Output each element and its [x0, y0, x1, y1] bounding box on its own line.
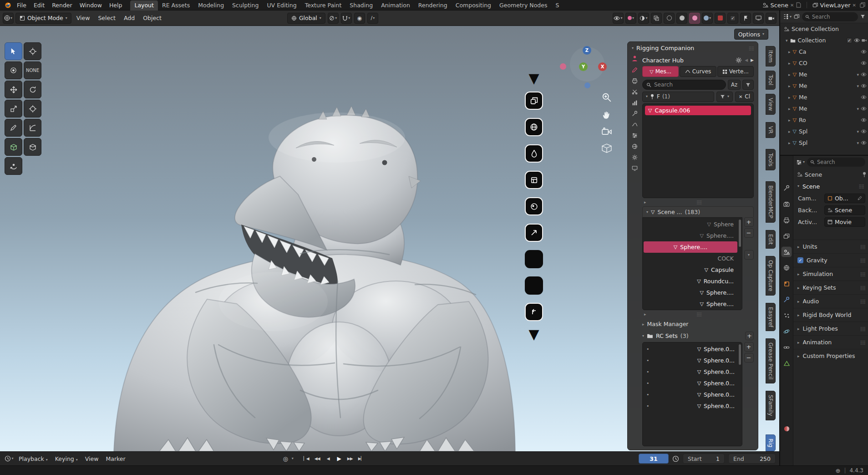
hub-settings-gear-icon[interactable]	[736, 57, 742, 63]
eyedropper-icon[interactable]	[858, 196, 862, 200]
add-button[interactable]: +	[744, 342, 754, 352]
viewport-3d[interactable]: NONE Options ▾ Z Y X	[0, 26, 779, 451]
display-mode-icon[interactable]	[794, 14, 800, 20]
play-button[interactable]: ▶	[334, 454, 345, 464]
outliner-row[interactable]: ▸▽Me	[780, 92, 868, 103]
filter-dropdown[interactable]: ▾ F (1)	[642, 92, 714, 102]
autokey-dropdown[interactable]: ▾	[292, 457, 294, 460]
menu-window[interactable]: Window	[76, 2, 106, 9]
display-icon[interactable]	[632, 165, 638, 171]
menu-add[interactable]: Add	[121, 15, 138, 21]
scene-selector[interactable]: Scene ✕	[761, 2, 802, 9]
clear-filter-button[interactable]: ✕Cl	[735, 92, 754, 102]
shading-material-toggle[interactable]	[689, 13, 700, 24]
rotate-tool[interactable]	[24, 81, 41, 98]
workspace-tab-layout[interactable]: Layout	[130, 0, 158, 10]
pin-icon[interactable]	[862, 172, 867, 177]
move-tool[interactable]	[5, 81, 22, 98]
list-item[interactable]: ▽Roundcu...	[644, 276, 737, 287]
add-primitive-tool[interactable]	[24, 138, 41, 156]
page-prev-icon[interactable]: ◀	[745, 58, 748, 62]
jump-to-start-button[interactable]: ▏◀	[301, 454, 312, 464]
list-scrollbar[interactable]	[739, 344, 741, 365]
time-icon[interactable]	[672, 455, 679, 462]
outliner-row[interactable]: ▸▽Me▾	[780, 103, 868, 114]
workspace-tab-texture-paint[interactable]: Texture Paint	[301, 0, 346, 10]
section-animation[interactable]: ▸Animation⣿⣿	[793, 335, 868, 349]
clipping-region-toggle[interactable]	[715, 13, 726, 24]
gravity-checkbox[interactable]: ✓	[797, 257, 803, 263]
shading-rendered-dropdown[interactable]: ▾	[702, 13, 713, 24]
stats-icon[interactable]	[632, 100, 638, 106]
snap-target-dropdown[interactable]: ▾	[328, 13, 339, 24]
handle-top-icon[interactable]: ▼	[528, 73, 539, 83]
scale-tool[interactable]	[5, 100, 22, 117]
outliner-row[interactable]: ▸▽Spl▾	[780, 137, 868, 148]
tab-easyref[interactable]: Easyref	[766, 303, 776, 332]
transform-orientation-dropdown[interactable]: Global ▾	[287, 13, 325, 24]
gizmo-axis-y[interactable]: Y	[579, 62, 588, 71]
tab-sfamily[interactable]: SFamily	[766, 391, 776, 420]
transform-tool[interactable]	[24, 100, 41, 117]
section-light-probes[interactable]: ▸Light Probes⣿⣿	[793, 322, 868, 335]
section-simulation[interactable]: ▸Simulation⣿⣿	[793, 267, 868, 281]
list-item[interactable]: ▽Sphere....	[644, 287, 737, 298]
navigation-gizmo[interactable]: Z Y X	[563, 44, 609, 90]
play-reverse-button[interactable]: ◀	[323, 454, 334, 464]
tab-vr[interactable]: VR	[766, 122, 776, 138]
droplet-icon[interactable]	[525, 144, 543, 163]
resize-grip[interactable]: ⣿⣿	[696, 200, 701, 204]
output-icon[interactable]	[782, 215, 792, 225]
particles-icon[interactable]	[782, 311, 792, 321]
overlays-dropdown[interactable]: ▾	[638, 13, 649, 24]
globe-icon[interactable]	[525, 118, 543, 136]
menu-view[interactable]: View	[73, 15, 93, 21]
menu-help[interactable]: Help	[106, 2, 126, 9]
section-keying-sets[interactable]: ▸Keying Sets⣿⣿	[793, 281, 868, 294]
options-dropdown[interactable]: Options ▾	[734, 29, 768, 40]
outliner-row-collection[interactable]: ▾ Collection ✓	[780, 35, 868, 46]
swatch-dark-2[interactable]	[525, 276, 543, 295]
viewlayer-icon[interactable]	[782, 231, 792, 241]
list-item[interactable]: ▽Capsule	[644, 264, 737, 276]
tab-tools[interactable]: Tools	[766, 149, 776, 171]
sculpt-blob-icon[interactable]	[525, 197, 543, 215]
breadcrumb-scene[interactable]: Scene	[805, 171, 822, 178]
search-input[interactable]	[642, 80, 726, 90]
cut-icon[interactable]	[632, 89, 638, 95]
workspace-tab-uv-editing[interactable]: UV Editing	[263, 0, 300, 10]
mode-dropdown[interactable]: Object Mode ▾	[15, 13, 71, 24]
tab-curves[interactable]: Curves	[680, 66, 716, 77]
properties-search-input[interactable]	[807, 158, 865, 167]
outliner-row[interactable]: ▸▽Spl▾	[780, 126, 868, 137]
gizmos-dropdown[interactable]: ▾	[625, 13, 636, 24]
specials-dropdown[interactable]: ▾	[744, 250, 754, 260]
settings-gear-icon[interactable]	[632, 154, 638, 160]
tab-vertices[interactable]: Verte...	[717, 66, 754, 77]
sliders-icon[interactable]	[632, 133, 638, 138]
copy-settings-icon[interactable]	[860, 2, 865, 8]
active-clip-field[interactable]: Movie	[824, 217, 865, 227]
section-gravity[interactable]: ✓Gravity⣿⣿	[793, 253, 868, 267]
undo-arrow-icon[interactable]	[525, 303, 543, 321]
hide-eye-icon[interactable]	[861, 84, 867, 88]
hide-eye-icon[interactable]	[861, 61, 867, 65]
mask-manager-section[interactable]: ▸ Mask Manager	[642, 318, 754, 330]
list-item-capsule-006[interactable]: ▽ Capsule.006	[645, 106, 751, 115]
visibility-dropdown[interactable]: ▾	[613, 13, 624, 24]
workspace-tab-shading[interactable]: Shading	[345, 0, 377, 10]
outliner-editor-button[interactable]: ▾	[783, 14, 792, 20]
current-frame-field[interactable]: 31	[639, 454, 669, 464]
tab-grease-pencil[interactable]: Grease Pencil	[766, 338, 776, 383]
camera-view-icon[interactable]	[602, 128, 612, 135]
physics-icon[interactable]	[782, 327, 792, 337]
section-audio[interactable]: ▸Audio⣿⣿	[793, 294, 868, 308]
snap-magnet-dropdown[interactable]: ▾	[341, 13, 352, 24]
list-item[interactable]: •▽Sphere.0...	[644, 343, 737, 355]
page-next-icon[interactable]: ▶	[751, 58, 754, 62]
menu-view-timeline[interactable]: View	[82, 455, 102, 462]
menu-file[interactable]: File	[13, 2, 30, 9]
shading-wireframe-toggle[interactable]	[664, 13, 675, 24]
swatch-dark-1[interactable]	[525, 250, 543, 268]
outliner-row[interactable]: ▸▽CO	[780, 57, 868, 69]
